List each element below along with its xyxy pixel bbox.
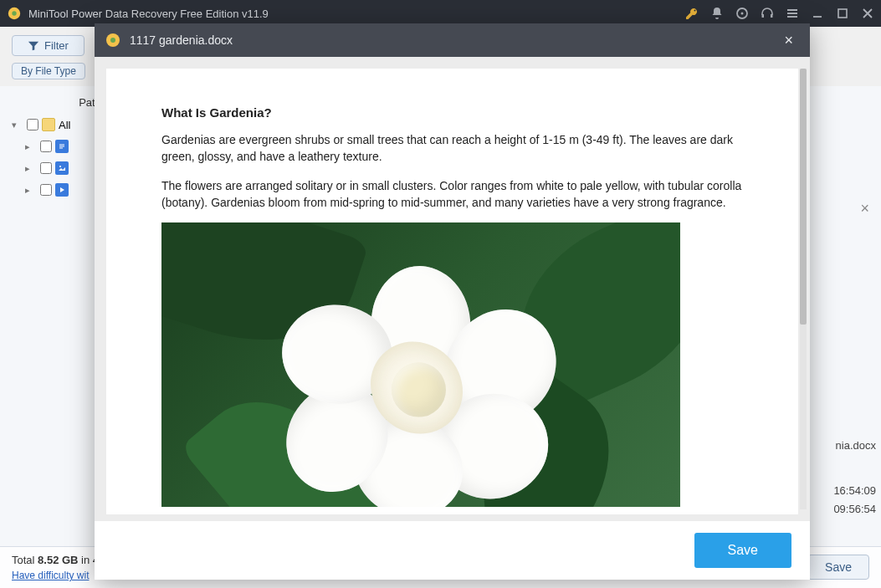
modal-footer: Save [95,521,810,580]
modal-save-button[interactable]: Save [694,533,791,568]
modal-app-icon [105,32,121,49]
doc-image [161,222,680,507]
document-preview: What Is Gardenia? Gardenias are evergree… [106,69,798,514]
svg-point-12 [110,38,115,43]
modal-overlay: 1117 gardenia.docx × What Is Gardenia? G… [0,0,881,588]
doc-paragraph-1: Gardenias are evergreen shrubs or small … [161,131,743,166]
preview-modal: 1117 gardenia.docx × What Is Gardenia? G… [95,23,810,580]
modal-title: 1117 gardenia.docx [130,33,777,47]
modal-header: 1117 gardenia.docx × [95,23,810,57]
modal-close-button[interactable]: × [777,28,800,53]
doc-paragraph-2: The flowers are arranged solitary or in … [161,177,743,212]
scrollbar[interactable] [800,69,807,509]
modal-body: What Is Gardenia? Gardenias are evergree… [95,57,810,521]
doc-heading: What Is Gardenia? [161,105,743,120]
scrollbar-thumb[interactable] [800,69,807,325]
